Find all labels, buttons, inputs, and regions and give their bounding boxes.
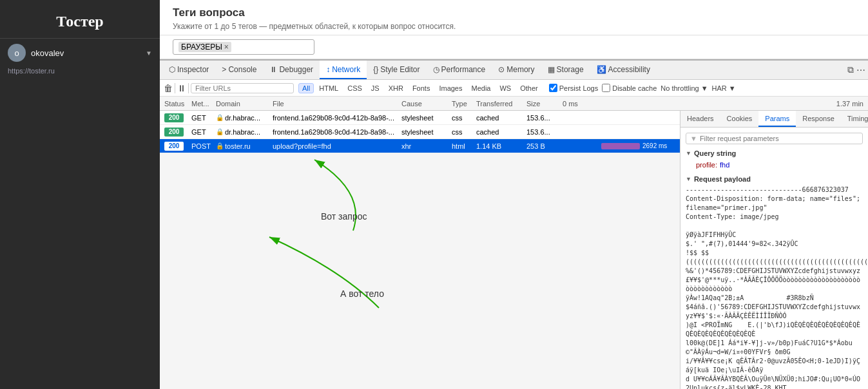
filter-other[interactable]: Other <box>516 83 542 93</box>
param-key-profile: profile: <box>696 161 717 169</box>
tab-style-editor[interactable]: {} Style Editor <box>367 61 426 79</box>
filter-css[interactable]: CSS <box>343 83 366 93</box>
row3-type: html <box>450 142 474 150</box>
row2-size: 153.6... <box>525 128 561 136</box>
network-toolbar: 🗑 ⏸ All HTML CSS JS XHR Fonts Images Med… <box>160 80 868 97</box>
performance-icon: ◷ <box>433 65 439 74</box>
annotation-area: Вот запрос А вот тело <box>160 153 680 346</box>
tab-performance[interactable]: ◷ Performance <box>427 61 492 79</box>
status-badge-200-3: 200 <box>164 142 184 151</box>
har-button[interactable]: HAR ▼ <box>712 84 736 92</box>
filter-images[interactable]: Images <box>435 83 466 93</box>
devtools-panel: ⬡ Inspector > Console ⏸ Debugger ↕ Netwo… <box>160 59 868 389</box>
annotation-request: Вот запрос <box>321 211 367 222</box>
filter-media[interactable]: Media <box>467 83 494 93</box>
request-payload-header[interactable]: ▼ Request payload <box>686 175 863 183</box>
request-payload-section: ▼ Request payload ----------------------… <box>686 175 863 389</box>
params-content: ▼ ▼ Query string profile: fhd <box>680 128 868 389</box>
tab-timings[interactable]: Timings <box>841 111 868 127</box>
row3-status: 200 <box>162 142 189 151</box>
toolbar-separator-1 <box>175 83 175 93</box>
row3-method: POST <box>189 142 214 150</box>
throttling-select[interactable]: No throttling ▼ <box>661 84 708 92</box>
dock-button[interactable]: ⧉ <box>847 64 854 75</box>
table-row[interactable]: 200 GET 🔒dr.habrac... frontend.1a629b08-… <box>160 111 680 125</box>
user-chevron: ▼ <box>146 50 152 57</box>
tab-storage[interactable]: ▦ Storage <box>541 61 590 79</box>
tab-cookies[interactable]: Cookies <box>720 111 759 127</box>
tab-console[interactable]: > Console <box>215 61 263 79</box>
col-header-type: Type <box>450 100 474 108</box>
filter-params-input[interactable]: ▼ <box>686 133 863 144</box>
table-row[interactable]: 200 POST 🔒toster.ru upload?profile=fhd x… <box>160 139 680 153</box>
tab-memory[interactable]: ⊙ Memory <box>492 61 541 79</box>
tab-debugger[interactable]: ⏸ Debugger <box>263 61 320 79</box>
tab-headers[interactable]: Headers <box>680 111 720 127</box>
persist-logs-checkbox[interactable]: Persist Logs <box>549 84 599 92</box>
row1-status: 200 <box>162 113 189 122</box>
param-val-fhd: fhd <box>720 161 729 169</box>
row3-timebar: 2692 ms <box>561 142 677 149</box>
debugger-icon: ⏸ <box>269 65 277 74</box>
page-subtitle: Укажите от 1 до 5 тегов — предметных обл… <box>173 22 855 31</box>
devtools-right-buttons: ⧉ ⋯ <box>847 64 865 75</box>
filter-types: All HTML CSS JS XHR Fonts Images Media W… <box>298 83 542 93</box>
params-filter-field[interactable] <box>700 135 858 142</box>
status-badge-200-2: 200 <box>164 128 184 137</box>
devtools-tabbar: ⬡ Inspector > Console ⏸ Debugger ↕ Netwo… <box>160 61 868 80</box>
filter-all[interactable]: All <box>298 83 314 93</box>
user-menu[interactable]: o okovalev ▼ <box>0 38 160 67</box>
tag-браузеры: БРАУЗЕРЫ × <box>178 42 231 52</box>
tab-accessibility[interactable]: ♿ Accessibility <box>590 61 657 79</box>
query-string-section: ▼ Query string profile: fhd <box>686 149 863 170</box>
site-url: https://toster.ru <box>0 67 160 79</box>
filter-html[interactable]: HTML <box>315 83 342 93</box>
col-header-timing: 0 ms 1.37 min <box>561 100 865 108</box>
username: okovalev <box>31 48 146 58</box>
row1-cause: stylesheet <box>400 114 450 122</box>
app-title: Тостер <box>0 0 160 38</box>
inspector-icon: ⬡ <box>169 65 175 74</box>
col-header-size: Size <box>525 100 561 108</box>
storage-icon: ▦ <box>548 65 555 74</box>
more-options-button[interactable]: ⋯ <box>856 64 865 75</box>
tab-network[interactable]: ↕ Network <box>320 61 367 79</box>
row2-cause: stylesheet <box>400 128 450 136</box>
col-header-domain: Domain <box>214 100 271 108</box>
network-icon: ↕ <box>326 65 330 74</box>
page-title: Теги вопроса <box>173 6 855 19</box>
memory-icon: ⊙ <box>498 65 505 74</box>
accessibility-icon: ♿ <box>597 65 606 74</box>
console-icon: > <box>222 65 226 74</box>
row2-domain: 🔒dr.habrac... <box>214 128 271 136</box>
pause-recording-button[interactable]: ⏸ <box>177 83 186 93</box>
query-string-arrow: ▼ <box>686 150 691 157</box>
row2-status: 200 <box>162 128 189 137</box>
tags-section: БРАУЗЕРЫ × <box>160 35 868 59</box>
clear-network-button[interactable]: 🗑 <box>164 83 173 93</box>
filter-icon: ▼ <box>690 135 697 142</box>
filter-fonts[interactable]: Fonts <box>409 83 434 93</box>
tab-inspector[interactable]: ⬡ Inspector <box>162 61 215 79</box>
request-details-panel: Headers Cookies Params Response Timings … <box>680 111 868 389</box>
tag-close-icon[interactable]: × <box>224 43 229 52</box>
filter-js[interactable]: JS <box>367 83 383 93</box>
style-editor-icon: {} <box>373 65 378 74</box>
disable-cache-checkbox[interactable]: Disable cache <box>602 84 657 92</box>
row2-transferred: cached <box>474 128 525 136</box>
tags-input[interactable]: БРАУЗЕРЫ × <box>173 39 314 55</box>
row2-type: css <box>450 128 474 136</box>
filter-url-input[interactable] <box>191 83 294 93</box>
tab-response[interactable]: Response <box>796 111 841 127</box>
row1-file: frontend.1a629b08-9c0d-412b-8a98-... <box>271 114 400 122</box>
table-row[interactable]: 200 GET 🔒dr.habrac... frontend.1a629b08-… <box>160 125 680 139</box>
filter-xhr[interactable]: XHR <box>385 83 407 93</box>
row1-transferred: cached <box>474 114 525 122</box>
col-header-status: Status <box>162 100 189 108</box>
query-string-header[interactable]: ▼ Query string <box>686 149 863 157</box>
filter-ws[interactable]: WS <box>496 83 515 93</box>
network-request-list: 200 GET 🔒dr.habrac... frontend.1a629b08-… <box>160 111 680 389</box>
tab-params[interactable]: Params <box>758 111 796 127</box>
network-column-headers: Status Met... Domain File Cause Type Tra… <box>160 97 868 111</box>
row3-cause: xhr <box>400 142 450 150</box>
